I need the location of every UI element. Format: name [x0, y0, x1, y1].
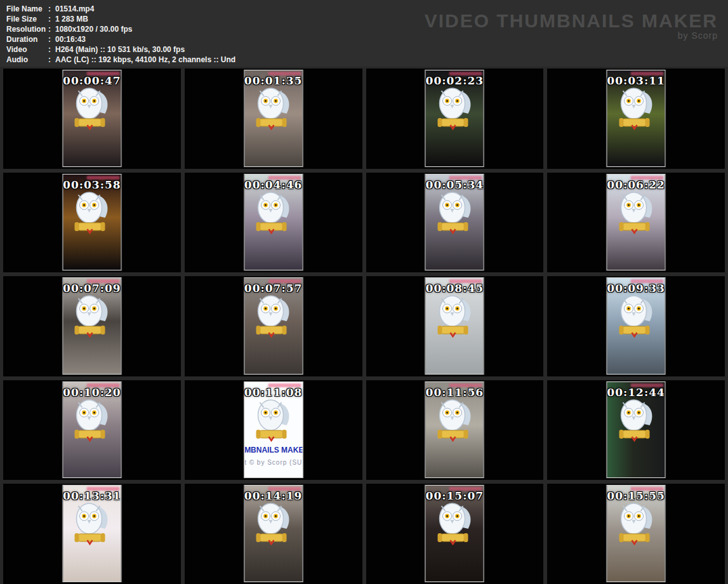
metadata-label: File Name	[6, 4, 48, 14]
metadata-label: Audio	[6, 55, 48, 65]
timestamp-overlay: 00:11:08	[244, 386, 303, 399]
timestamp-overlay: 00:07:57	[244, 282, 303, 295]
metadata-label: Resolution	[6, 24, 48, 34]
owl-logo-icon	[616, 293, 656, 339]
thumbnail-cell: 00:13:31	[3, 484, 181, 584]
metadata-row: File Size:1 283 MB	[6, 14, 235, 24]
timestamp-overlay: 00:05:34	[426, 178, 484, 191]
thumbnail-cell: 00:00:47	[3, 69, 181, 169]
metadata-colon: :	[48, 24, 51, 34]
thumbnail-grid: 00:00:47	[0, 67, 728, 584]
metadata-value: 00:16:43	[55, 35, 86, 44]
thumbnail-cell: 00:11:56	[366, 380, 544, 481]
metadata-row: Duration:00:16:43	[6, 34, 235, 44]
file-metadata: File Name:01514.mp4 File Size:1 283 MB R…	[6, 4, 235, 65]
metadata-colon: :	[48, 4, 51, 14]
owl-logo-icon	[616, 190, 656, 236]
metadata-colon: :	[48, 34, 51, 44]
timestamp-overlay: 00:08:45	[426, 282, 484, 295]
thumbnail-cell: 00:05:34	[366, 173, 544, 273]
thumbnail-cell: 00:15:55	[547, 484, 725, 584]
metadata-row: File Name:01514.mp4	[6, 4, 235, 14]
owl-logo-icon	[435, 293, 474, 339]
metadata-colon: :	[48, 55, 51, 65]
logo-frame-text-main: MBNAILS MAKER	[244, 446, 303, 455]
thumbnail-cell: 00:07:09	[3, 276, 181, 376]
thumbnail-cell: 00:03:11	[547, 69, 725, 169]
metadata-label: File Size	[6, 14, 48, 24]
thumbnail-cell: 00:06:22	[547, 173, 725, 273]
owl-logo-icon	[435, 501, 474, 547]
timestamp-overlay: 00:11:56	[426, 386, 484, 399]
timestamp-overlay: 00:13:31	[63, 489, 121, 502]
timestamp-overlay: 00:06:22	[607, 178, 665, 191]
metadata-row: Video:H264 (Main) :: 10 531 kb/s, 30.00 …	[6, 44, 235, 55]
owl-logo-icon	[435, 397, 474, 443]
timestamp-overlay: 00:10:20	[63, 386, 121, 399]
owl-logo-icon	[72, 293, 112, 339]
metadata-row: Resolution:1080x1920 / 30.00 fps	[6, 24, 235, 34]
thumbnail-cell: 00:15:07	[366, 484, 544, 584]
metadata-value: 1080x1920 / 30.00 fps	[55, 25, 132, 34]
metadata-value: 1 283 MB	[55, 15, 88, 23]
metadata-label: Duration	[6, 34, 48, 44]
owl-logo-icon	[254, 501, 293, 547]
thumbnail-cell: 00:09:33	[547, 276, 725, 376]
app-logo-subtitle: by Scorp	[425, 30, 718, 41]
timestamp-overlay: 00:07:09	[63, 282, 121, 295]
thumbnail-cell: 00:03:58	[3, 173, 181, 273]
thumbnail-cell: 00:02:23	[366, 69, 544, 169]
timestamp-overlay: 00:03:11	[607, 74, 665, 87]
owl-logo-icon	[72, 501, 112, 547]
timestamp-overlay: 00:12:44	[607, 386, 665, 399]
owl-logo-icon	[72, 190, 112, 236]
owl-logo-icon	[72, 86, 112, 131]
timestamp-overlay: 00:03:58	[63, 178, 121, 191]
logo-frame-copyright: t © by Scorp (SU	[244, 459, 302, 466]
thumbnail-cell: 00:01:35	[185, 69, 362, 169]
timestamp-overlay: 00:15:55	[607, 489, 665, 502]
thumbnail-cell: MBNAILS MAKER 8 t © by Scorp (SU 00:11:0…	[185, 380, 362, 481]
metadata-colon: :	[48, 14, 51, 24]
thumbnail-cell: 00:12:44	[547, 380, 725, 481]
owl-logo-icon	[254, 190, 293, 236]
owl-logo-icon	[72, 397, 112, 443]
owl-logo-icon	[616, 397, 656, 443]
timestamp-overlay: 00:15:07	[426, 489, 484, 502]
owl-logo-icon	[254, 86, 293, 131]
timestamp-overlay: 00:14:19	[244, 489, 303, 502]
owl-logo-icon	[435, 190, 474, 236]
owl-logo-icon	[435, 86, 474, 131]
owl-logo-icon	[616, 86, 656, 131]
metadata-label: Video	[6, 44, 48, 55]
metadata-row: Audio:AAC (LC) :: 192 kbps, 44100 Hz, 2 …	[6, 55, 235, 65]
metadata-value: AAC (LC) :: 192 kbps, 44100 Hz, 2 channe…	[55, 55, 235, 64]
owl-logo-icon	[254, 293, 293, 339]
thumbnail-cell: 00:10:20	[3, 380, 181, 481]
app-logo-title: VIDEO THUMBNAILS MAKER	[425, 11, 718, 30]
thumbnail-cell: 00:14:19	[185, 484, 362, 584]
thumbnail-cell: 00:07:57	[185, 276, 362, 376]
timestamp-overlay: 00:09:33	[607, 282, 665, 295]
logo-frame-text: MBNAILS MAKER 8	[244, 446, 302, 455]
app-logo: VIDEO THUMBNAILS MAKER by Scorp	[425, 11, 718, 41]
timestamp-overlay: 00:01:35	[244, 74, 303, 87]
thumbnail-cell: 00:08:45	[366, 276, 544, 376]
metadata-value: 01514.mp4	[55, 4, 94, 13]
timestamp-overlay: 00:00:47	[63, 74, 121, 87]
timestamp-overlay: 00:04:46	[244, 178, 303, 191]
file-info-header: File Name:01514.mp4 File Size:1 283 MB R…	[0, 0, 728, 67]
thumbnail-sheet: File Name:01514.mp4 File Size:1 283 MB R…	[0, 0, 728, 584]
metadata-value: H264 (Main) :: 10 531 kb/s, 30.00 fps	[55, 45, 185, 54]
owl-logo-icon	[254, 397, 293, 443]
owl-logo-icon	[616, 501, 656, 547]
metadata-colon: :	[48, 44, 51, 55]
timestamp-overlay: 00:02:23	[426, 74, 484, 87]
thumbnail-cell: 00:04:46	[185, 173, 362, 273]
